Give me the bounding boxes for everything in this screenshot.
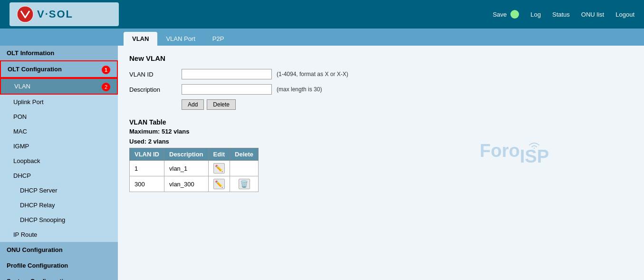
header: V·SOL Save Log Status ONU list Logout bbox=[0, 0, 644, 29]
vlan-id-row: VLAN ID (1-4094, format as X or X-X) bbox=[129, 69, 633, 79]
vlan-id-cell: 300 bbox=[130, 176, 164, 192]
col-header-vlan-id: VLAN ID bbox=[130, 148, 164, 161]
description-row: Description (max length is 30) bbox=[129, 84, 633, 95]
sidebar-item-olt-information[interactable]: OLT Information bbox=[0, 46, 118, 60]
logout-button[interactable]: Logout bbox=[615, 11, 634, 18]
sidebar-item-igmp[interactable]: IGMP bbox=[0, 139, 118, 154]
log-button[interactable]: Log bbox=[530, 11, 541, 18]
max-vlans-info: Maximum: 512 vlans bbox=[129, 128, 633, 135]
sidebar-item-mac[interactable]: MAC bbox=[0, 124, 118, 139]
tab-vlan-port[interactable]: VLAN Port bbox=[157, 32, 203, 46]
new-vlan-section: New VLAN VLAN ID (1-4094, format as X or… bbox=[129, 54, 633, 110]
sidebar-item-profile-configuration[interactable]: Profile Configuration bbox=[0, 258, 118, 273]
sidebar: OLT Information OLT Configuration 1 VLAN… bbox=[0, 46, 118, 280]
sidebar-item-loopback[interactable]: Loopback bbox=[0, 154, 118, 168]
vlan-table-title: VLAN Table bbox=[129, 118, 633, 126]
vlan-id-label: VLAN ID bbox=[129, 71, 177, 78]
vlan-id-hint: (1-4094, format as X or X-X) bbox=[277, 71, 348, 77]
table-row: 300vlan_300✏️🗑️ bbox=[130, 176, 259, 192]
sidebar-item-ip-route[interactable]: IP Route bbox=[0, 227, 118, 242]
sidebar-item-vlan[interactable]: VLAN 2 bbox=[0, 78, 118, 95]
delete-cell: 🗑️ bbox=[230, 176, 259, 192]
svg-point-0 bbox=[17, 6, 33, 22]
status-indicator bbox=[510, 10, 519, 19]
vlan-id-input[interactable] bbox=[182, 69, 272, 79]
delete-button[interactable]: Delete bbox=[207, 99, 236, 110]
col-header-delete: Delete bbox=[230, 148, 259, 161]
vlan-id-cell: 1 bbox=[130, 161, 164, 176]
layout: OLT Information OLT Configuration 1 VLAN… bbox=[0, 46, 644, 280]
delete-cell bbox=[230, 161, 259, 176]
form-buttons: Add Delete bbox=[182, 99, 633, 110]
tab-p2p[interactable]: P2P bbox=[204, 32, 233, 46]
delete-row-button[interactable]: 🗑️ bbox=[239, 179, 250, 189]
edit-cell: ✏️ bbox=[208, 176, 230, 192]
description-input[interactable] bbox=[182, 84, 272, 95]
sidebar-item-dhcp-server[interactable]: DHCP Server bbox=[0, 183, 118, 198]
onu-list-button[interactable]: ONU list bbox=[581, 11, 604, 18]
description-hint: (max length is 30) bbox=[277, 86, 322, 93]
add-button[interactable]: Add bbox=[182, 99, 204, 110]
status-button[interactable]: Status bbox=[552, 11, 570, 18]
sidebar-item-uplink-port[interactable]: Uplink Port bbox=[0, 95, 118, 109]
tab-bar: VLAN VLAN Port P2P bbox=[0, 29, 644, 46]
olt-config-badge: 1 bbox=[102, 66, 110, 74]
col-header-description: Description bbox=[164, 148, 209, 161]
sidebar-item-onu-configuration[interactable]: ONU Configuration bbox=[0, 242, 118, 258]
vsol-logo-icon bbox=[16, 5, 34, 23]
header-actions: Save Log Status ONU list Logout bbox=[119, 10, 634, 19]
new-vlan-title: New VLAN bbox=[129, 54, 633, 62]
save-button[interactable]: Save bbox=[493, 11, 507, 18]
description-cell: vlan_300 bbox=[164, 176, 209, 192]
sidebar-item-olt-configuration[interactable]: OLT Configuration 1 bbox=[0, 60, 118, 78]
sidebar-item-system-configuration[interactable]: System Configuration bbox=[0, 273, 118, 280]
save-area: Save bbox=[493, 10, 519, 19]
tab-vlan[interactable]: VLAN bbox=[124, 32, 157, 46]
sidebar-item-pon[interactable]: PON bbox=[0, 109, 118, 124]
edit-button[interactable]: ✏️ bbox=[213, 163, 225, 174]
brand-name: V·SOL bbox=[37, 8, 73, 20]
logo-area: V·SOL bbox=[10, 2, 119, 26]
description-label: Description bbox=[129, 86, 177, 93]
vlan-table: VLAN ID Description Edit Delete 1vlan_1✏… bbox=[129, 148, 259, 192]
used-vlans-info: Used: 2 vlans bbox=[129, 138, 633, 145]
edit-button[interactable]: ✏️ bbox=[213, 179, 225, 189]
edit-cell: ✏️ bbox=[208, 161, 230, 176]
vlan-badge: 2 bbox=[102, 83, 110, 91]
col-header-edit: Edit bbox=[208, 148, 230, 161]
sidebar-item-dhcp[interactable]: DHCP bbox=[0, 168, 118, 183]
sidebar-item-dhcp-snooping[interactable]: DHCP Snooping bbox=[0, 212, 118, 227]
main-content: New VLAN VLAN ID (1-4094, format as X or… bbox=[118, 46, 644, 280]
description-cell: vlan_1 bbox=[164, 161, 209, 176]
table-row: 1vlan_1✏️ bbox=[130, 161, 259, 176]
vlan-table-section: VLAN Table Maximum: 512 vlans Used: 2 vl… bbox=[129, 118, 633, 192]
sidebar-item-dhcp-relay[interactable]: DHCP Relay bbox=[0, 198, 118, 212]
